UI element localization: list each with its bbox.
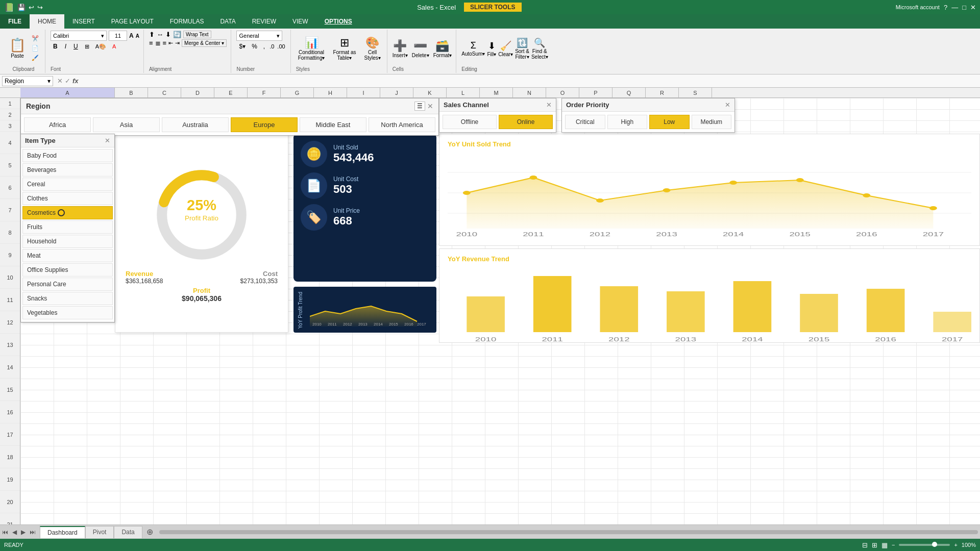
decrease-indent-btn[interactable]: ⇤ [168, 40, 173, 46]
col-header-s[interactable]: S [679, 88, 712, 97]
col-header-k[interactable]: K [413, 88, 447, 97]
conditional-formatting-btn[interactable]: 📊 Conditional Formatting▾ [296, 35, 327, 62]
copy-btn[interactable]: 📄 [30, 44, 41, 53]
col-header-b[interactable]: B [115, 88, 148, 97]
percent-btn[interactable]: % [249, 42, 260, 51]
col-header-i[interactable]: I [347, 88, 380, 97]
formula-input[interactable] [83, 78, 978, 85]
sort-filter-btn[interactable]: 🔃 Sort & Filter▾ [515, 37, 529, 60]
row-num-4[interactable]: 4 [0, 132, 20, 154]
item-household[interactable]: Household [22, 235, 113, 248]
font-size-dropdown[interactable]: 11 [109, 31, 127, 41]
tab-review[interactable]: REVIEW [244, 14, 284, 29]
col-header-l[interactable]: L [447, 88, 480, 97]
format-painter-btn[interactable]: 🖌️ [30, 54, 41, 62]
quick-save[interactable]: 💾 [17, 4, 26, 11]
tab-data[interactable]: Data [114, 526, 142, 538]
col-header-e[interactable]: E [214, 88, 248, 97]
col-header-a[interactable]: A [20, 88, 115, 97]
region-clear-btn[interactable]: ✕ [427, 102, 433, 110]
priority-medium-btn[interactable]: Medium [692, 115, 732, 129]
item-cosmetics[interactable]: Cosmetics [22, 206, 113, 219]
col-header-h[interactable]: H [314, 88, 347, 97]
align-center-btn[interactable]: ≣ [155, 39, 161, 47]
sales-offline-btn[interactable]: Offline [443, 115, 497, 129]
row-num-7[interactable]: 7 [0, 199, 20, 221]
sales-online-btn[interactable]: Online [499, 115, 553, 129]
row-num-11[interactable]: 11 [0, 289, 20, 311]
item-type-clear-btn[interactable]: ✕ [105, 137, 110, 144]
row-num-12[interactable]: 12 [0, 311, 20, 334]
align-bottom-btn[interactable]: ⬇ [165, 31, 171, 38]
increase-font-btn[interactable]: A [129, 32, 134, 39]
region-item-middleeast[interactable]: Middle East [300, 117, 366, 132]
col-header-d[interactable]: D [181, 88, 214, 97]
tab-formulas[interactable]: FORMULAS [162, 14, 212, 29]
row-num-13[interactable]: 13 [0, 334, 20, 356]
paste-btn[interactable]: 📋 Paste [6, 36, 29, 60]
format-as-table-btn[interactable]: ⊞ Format as Table▾ [331, 35, 358, 62]
tab-options[interactable]: OPTIONS [316, 14, 360, 29]
item-cereal[interactable]: Cereal [22, 178, 113, 191]
row-num-10[interactable]: 10 [0, 266, 20, 289]
comma-btn[interactable]: , [261, 42, 267, 51]
normal-view-btn[interactable]: ⊟ [862, 541, 868, 549]
row-num-6[interactable]: 6 [0, 177, 20, 199]
tab-insert[interactable]: INSERT [64, 14, 103, 29]
priority-low-btn[interactable]: Low [649, 115, 690, 129]
zoom-out-btn[interactable]: − [892, 542, 895, 548]
row-num-2[interactable]: 2 [0, 109, 20, 120]
decrease-font-btn[interactable]: A [136, 33, 139, 39]
orientation-btn[interactable]: 🔄 [173, 31, 181, 38]
tab-view[interactable]: VIEW [284, 14, 316, 29]
redo-btn[interactable]: ↪ [37, 4, 43, 11]
tab-page-layout[interactable]: PAGE LAYOUT [103, 14, 162, 29]
region-item-northamerica[interactable]: North America [369, 117, 435, 132]
fill-btn[interactable]: ⬇ Fill▾ [487, 40, 496, 57]
row-num-18[interactable]: 18 [0, 446, 20, 468]
zoom-in-btn[interactable]: + [954, 542, 957, 548]
region-item-australia[interactable]: Australia [162, 117, 229, 132]
row-num-1[interactable]: 1 [0, 98, 20, 109]
row-num-5[interactable]: 5 [0, 154, 20, 177]
minimize-btn[interactable]: — [951, 4, 958, 11]
font-family-dropdown[interactable]: Calibri▾ [51, 31, 107, 41]
col-header-p[interactable]: P [579, 88, 612, 97]
col-header-c[interactable]: C [148, 88, 181, 97]
item-fruits[interactable]: Fruits [22, 220, 113, 234]
col-header-g[interactable]: G [281, 88, 314, 97]
sheet-nav-right[interactable]: ▶ [19, 529, 28, 536]
page-break-view-btn[interactable]: ▦ [881, 541, 888, 549]
number-format-dropdown[interactable]: General▾ [236, 31, 282, 41]
row-num-14[interactable]: 14 [0, 356, 20, 379]
col-header-n[interactable]: N [513, 88, 546, 97]
font-color-btn[interactable]: A [110, 43, 118, 50]
sheet-nav-right-right[interactable]: ⏭ [28, 529, 38, 536]
col-header-o[interactable]: O [546, 88, 579, 97]
cell-styles-btn[interactable]: 🎨 Cell Styles▾ [362, 35, 382, 62]
sales-channel-clear-btn[interactable]: ✕ [546, 101, 552, 109]
currency-btn[interactable]: $▾ [236, 42, 248, 51]
sheet-nav-left-left[interactable]: ⏮ [0, 529, 10, 536]
item-beverages[interactable]: Beverages [22, 163, 113, 177]
name-box[interactable]: Region▾ [2, 76, 53, 86]
item-snacks[interactable]: Snacks [22, 292, 113, 305]
row-num-20[interactable]: 20 [0, 491, 20, 513]
wrap-text-label[interactable]: Wrap Text [183, 31, 211, 38]
page-layout-view-btn[interactable]: ⊞ [872, 541, 877, 549]
insert-btn[interactable]: ➕ Insert▾ [393, 39, 408, 58]
row-num-16[interactable]: 16 [0, 401, 20, 423]
region-item-asia[interactable]: Asia [93, 117, 160, 132]
col-header-m[interactable]: M [480, 88, 513, 97]
zoom-slider[interactable] [899, 544, 950, 546]
region-item-europe[interactable]: Europe [231, 117, 298, 132]
align-top-btn[interactable]: ⬆ [149, 31, 155, 38]
row-num-21[interactable]: 21 [0, 513, 20, 524]
merge-center-btn[interactable]: Merge & Center ▾ [182, 39, 227, 47]
row-num-9[interactable]: 9 [0, 244, 20, 266]
bold-btn[interactable]: B [51, 42, 60, 51]
col-header-j[interactable]: J [380, 88, 413, 97]
region-item-africa[interactable]: Africa [24, 117, 91, 132]
item-office-supplies[interactable]: Office Supplies [22, 263, 113, 277]
row-num-19[interactable]: 19 [0, 468, 20, 491]
